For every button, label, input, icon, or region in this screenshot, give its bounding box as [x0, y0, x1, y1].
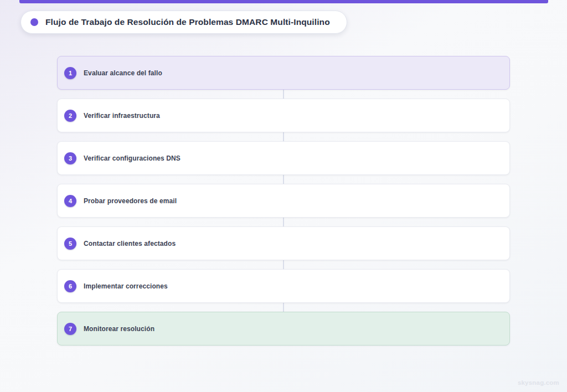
- workflow-steps-list: 1 Evaluar alcance del fallo 2 Verificar …: [57, 56, 510, 345]
- step-connector-line: [283, 175, 284, 184]
- step-number-badge: 7: [64, 323, 76, 335]
- step-number-badge: 6: [64, 280, 76, 292]
- step-row: 2 Verificar infraestructura: [57, 99, 510, 141]
- step-number-badge: 1: [64, 67, 76, 79]
- step-label: Verificar configuraciones DNS: [84, 154, 181, 162]
- workflow-title-pill: Flujo de Trabajo de Resolución de Proble…: [20, 11, 347, 34]
- step-connector-line: [283, 218, 284, 226]
- step-label: Monitorear resolución: [84, 325, 154, 333]
- step-number-badge: 4: [64, 195, 76, 207]
- step-number-badge: 3: [64, 152, 76, 164]
- step-number-badge: 5: [64, 238, 76, 250]
- step-connector-line: [283, 303, 284, 312]
- step-card-6[interactable]: 6 Implementar correcciones: [57, 269, 510, 303]
- step-connector-line: [283, 132, 284, 141]
- watermark: skysnag.com: [518, 379, 559, 386]
- step-row: 4 Probar proveedores de email: [57, 184, 510, 226]
- workflow-title: Flujo de Trabajo de Resolución de Proble…: [45, 17, 330, 27]
- step-label: Implementar correcciones: [84, 282, 168, 290]
- workflow-bullet-icon: [30, 18, 38, 26]
- step-card-2[interactable]: 2 Verificar infraestructura: [57, 99, 510, 132]
- step-label: Verificar infraestructura: [84, 112, 160, 120]
- step-label: Contactar clientes afectados: [84, 240, 176, 247]
- step-number-badge: 2: [64, 110, 76, 122]
- step-card-4[interactable]: 4 Probar proveedores de email: [57, 184, 510, 218]
- step-row: 6 Implementar correcciones: [57, 269, 510, 312]
- step-connector-line: [283, 90, 284, 99]
- step-card-3[interactable]: 3 Verificar configuraciones DNS: [57, 141, 510, 175]
- step-card-7[interactable]: 7 Monitorear resolución: [57, 312, 510, 345]
- step-connector-line: [283, 260, 284, 269]
- step-card-1[interactable]: 1 Evaluar alcance del fallo: [57, 56, 510, 90]
- step-label: Probar proveedores de email: [84, 197, 177, 205]
- step-row: 3 Verificar configuraciones DNS: [57, 141, 510, 184]
- step-row: 5 Contactar clientes afectados: [57, 226, 510, 269]
- step-row: 7 Monitorear resolución: [57, 312, 510, 345]
- page-background: Flujo de Trabajo de Resolución de Proble…: [0, 0, 567, 392]
- step-label: Evaluar alcance del fallo: [84, 69, 162, 77]
- step-card-5[interactable]: 5 Contactar clientes afectados: [57, 226, 510, 260]
- step-row: 1 Evaluar alcance del fallo: [57, 56, 510, 99]
- top-accent-bar: [19, 0, 548, 3]
